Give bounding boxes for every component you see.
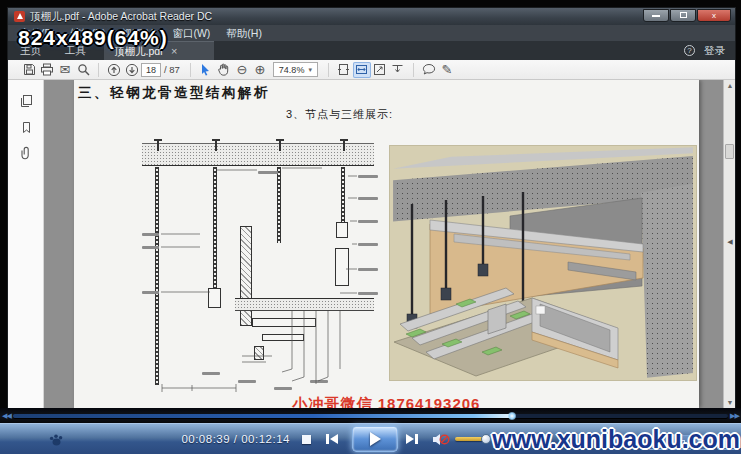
attachments-icon[interactable] bbox=[8, 140, 44, 166]
search-icon[interactable] bbox=[74, 62, 92, 78]
stop-button[interactable] bbox=[302, 435, 311, 444]
seek-progress bbox=[13, 414, 514, 418]
scroll-down-arrow[interactable]: ▼ bbox=[724, 399, 735, 406]
video-player-frame: 顶棚儿.pdf - Adobe Acrobat Reader DC x 文件(F… bbox=[0, 0, 741, 454]
seek-back-icon[interactable]: ◀◀ bbox=[0, 412, 13, 420]
player-logo-paw-icon bbox=[48, 431, 65, 448]
volume-slider[interactable] bbox=[455, 437, 487, 441]
previous-page-button[interactable] bbox=[105, 62, 123, 78]
player-controls: 00:08:39 / 00:12:14 ▦ ≡ www.xunibaoku.co… bbox=[0, 423, 741, 454]
zoom-out-button[interactable]: ⊖ bbox=[233, 62, 251, 78]
zoom-in-button[interactable]: ⊕ bbox=[251, 62, 269, 78]
menu-window[interactable]: 窗口(W) bbox=[164, 25, 218, 41]
zoom-level-value: 74.8% bbox=[279, 65, 305, 75]
next-page-button[interactable] bbox=[123, 62, 141, 78]
resolution-osd: 824x489(64%) bbox=[18, 26, 168, 50]
page-total-label: / 87 bbox=[164, 64, 180, 75]
chevron-down-icon: ▾ bbox=[308, 66, 312, 74]
acrobat-window: 顶棚儿.pdf - Adobe Acrobat Reader DC x 文件(F… bbox=[8, 8, 735, 408]
seek-bar[interactable]: ◀◀ ▶▶ bbox=[0, 408, 741, 423]
bookmarks-icon[interactable] bbox=[8, 114, 44, 140]
minimize-button[interactable] bbox=[643, 9, 669, 22]
vertical-scrollbar[interactable]: ▲ ◀ ▼ bbox=[723, 80, 735, 408]
window-title: 顶棚儿.pdf - Adobe Acrobat Reader DC bbox=[30, 10, 212, 24]
page-title: 三、轻钢龙骨造型结构解析 bbox=[78, 84, 270, 102]
time-display: 00:08:39 / 00:12:14 bbox=[160, 433, 290, 445]
document-view: 三、轻钢龙骨造型结构解析 3、节点与三维展示: bbox=[44, 80, 735, 408]
menu-help[interactable]: 帮助(H) bbox=[218, 25, 270, 41]
sign-in-link[interactable]: 登录 bbox=[704, 44, 725, 58]
render-3d-figure bbox=[390, 146, 696, 380]
main-toolbar: ✉ / 87 ⊖ ⊕ 74.8% ▾ bbox=[8, 60, 735, 80]
previous-button[interactable] bbox=[326, 434, 338, 444]
scrollbar-thumb[interactable] bbox=[725, 144, 734, 159]
help-icon[interactable]: ? bbox=[684, 45, 695, 56]
fill-sign-icon[interactable]: ✎ bbox=[438, 62, 456, 78]
seek-track[interactable] bbox=[13, 414, 728, 418]
reading-mode-button[interactable] bbox=[371, 62, 389, 78]
mute-volume-icon[interactable] bbox=[432, 432, 450, 447]
hand-tool-icon[interactable] bbox=[215, 62, 233, 78]
save-button[interactable] bbox=[20, 62, 38, 78]
acrobat-app-icon bbox=[14, 11, 25, 22]
tab-close-icon[interactable]: × bbox=[171, 46, 177, 57]
zoom-level-dropdown[interactable]: 74.8% ▾ bbox=[273, 62, 318, 77]
title-bar: 顶棚儿.pdf - Adobe Acrobat Reader DC x bbox=[8, 8, 735, 25]
time-text: 00:08:39 / 00:12:14 bbox=[181, 433, 290, 445]
volume-thumb[interactable] bbox=[481, 434, 491, 444]
site-watermark: www.xunibaoku.com bbox=[492, 425, 740, 454]
detail-drawing-2d bbox=[142, 140, 380, 395]
play-button[interactable] bbox=[352, 426, 398, 452]
email-icon[interactable]: ✉ bbox=[56, 62, 74, 78]
close-button[interactable]: x bbox=[697, 9, 731, 22]
structure-overlay bbox=[390, 146, 696, 380]
seek-glow bbox=[508, 412, 516, 420]
page-number-input[interactable] bbox=[141, 63, 161, 77]
fit-visible-button[interactable] bbox=[389, 62, 407, 78]
page-thumbnails-icon[interactable] bbox=[8, 88, 44, 114]
print-button[interactable] bbox=[38, 62, 56, 78]
contact-watermark: 小冲哥微信 18764193206 bbox=[74, 395, 699, 408]
select-tool-icon[interactable] bbox=[197, 62, 215, 78]
next-button[interactable] bbox=[406, 434, 418, 444]
navigation-pane bbox=[8, 80, 44, 408]
maximize-button[interactable] bbox=[670, 9, 696, 22]
scroll-up-arrow[interactable]: ▲ bbox=[724, 82, 735, 89]
leader-lines bbox=[142, 140, 380, 395]
fit-one-page-button[interactable] bbox=[335, 62, 353, 78]
page-subtitle: 3、节点与三维展示: bbox=[286, 107, 393, 122]
comment-icon[interactable] bbox=[420, 62, 438, 78]
pdf-page: 三、轻钢龙骨造型结构解析 3、节点与三维展示: bbox=[74, 80, 699, 408]
tools-panel-collapse-icon[interactable]: ◀ bbox=[724, 238, 735, 246]
fit-width-button[interactable] bbox=[353, 62, 371, 78]
seek-forward-icon[interactable]: ▶▶ bbox=[728, 412, 741, 420]
